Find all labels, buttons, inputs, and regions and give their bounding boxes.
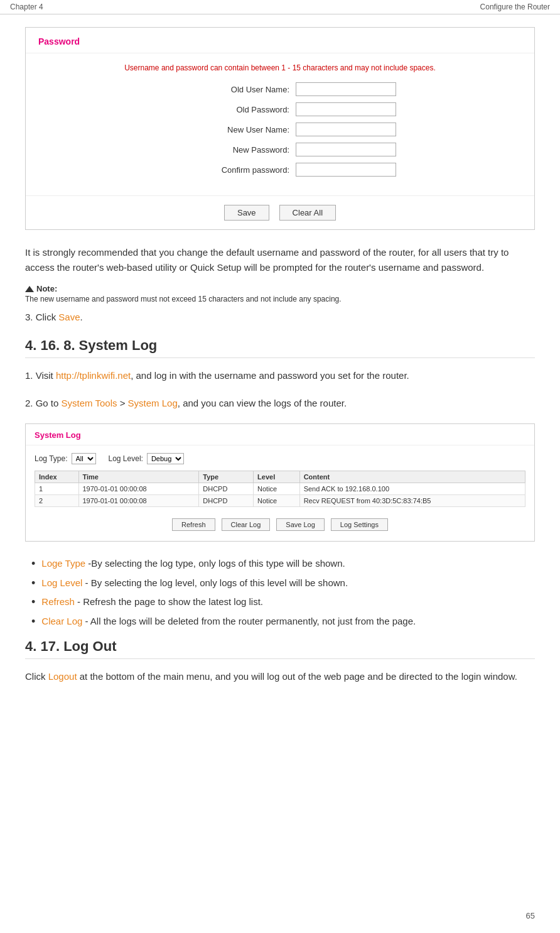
password-box-inner: Username and password can contain betwee…: [26, 53, 534, 195]
bullet-item: •Log Level - By selecting the log level,…: [31, 576, 535, 591]
save-link[interactable]: Save: [58, 312, 80, 322]
note-body: The new username and password must not e…: [25, 295, 535, 303]
input-old-username[interactable]: [296, 82, 396, 96]
bullet-link-0[interactable]: Loge Type: [41, 558, 85, 569]
save-button[interactable]: Save: [224, 205, 269, 221]
header-right: Configure the Router: [480, 3, 550, 11]
col-index: Index: [35, 471, 79, 483]
form-row-confirm-password: Confirm password:: [38, 163, 522, 177]
logout-text: Click Logout at the bottom of the main m…: [25, 669, 535, 684]
password-box-footer: Save Clear All: [26, 195, 534, 229]
clear-log-button[interactable]: Clear Log: [222, 518, 271, 531]
syslog-box-title: System Log: [26, 424, 534, 445]
bullet-dot-icon: •: [31, 558, 35, 569]
bullet-dot-icon: •: [31, 596, 35, 608]
password-warning: Username and password can contain betwee…: [38, 63, 522, 72]
col-time: Time: [78, 471, 199, 483]
syslog-footer: Refresh Clear Log Save Log Log Settings: [35, 513, 525, 533]
log-settings-button[interactable]: Log Settings: [331, 518, 388, 531]
form-row-old-password: Old Password:: [38, 102, 522, 116]
step1-syslog-text: 1. Visit http://tplinkwifi.net, and log …: [25, 368, 535, 383]
bullet-link-1[interactable]: Log Level: [41, 577, 82, 588]
refresh-button[interactable]: Refresh: [172, 518, 215, 531]
note-title: Note:: [25, 284, 535, 293]
logout-link[interactable]: Logout: [48, 671, 77, 682]
form-row-new-password: New Password:: [38, 143, 522, 156]
system-log-link[interactable]: System Log: [128, 398, 178, 408]
bullet-link-3[interactable]: Clear Log: [41, 616, 82, 626]
input-old-password[interactable]: [296, 102, 396, 116]
bullet-link-2[interactable]: Refresh: [41, 596, 75, 607]
step3-text: 3. Click Save.: [25, 310, 535, 325]
page-number: 65: [526, 911, 535, 920]
bullet-item: •Clear Log - All the logs will be delete…: [31, 614, 535, 629]
header-left: Chapter 4: [10, 3, 43, 11]
input-new-password[interactable]: [296, 143, 396, 156]
syslog-table: Index Time Type Level Content 11970-01-0…: [35, 471, 525, 507]
col-level: Level: [254, 471, 300, 483]
log-type-label: Log Type:: [35, 454, 68, 463]
save-log-button[interactable]: Save Log: [276, 518, 324, 531]
log-type-select[interactable]: All: [72, 453, 96, 464]
note-block: Note: The new username and password must…: [25, 284, 535, 303]
clear-all-button[interactable]: Clear All: [279, 205, 336, 221]
step2-syslog-text: 2. Go to System Tools > System Log, and …: [25, 396, 535, 411]
col-type: Type: [199, 471, 254, 483]
body-text: It is strongly recommended that you chan…: [25, 245, 535, 275]
log-type-filter: Log Type: All: [35, 453, 96, 464]
label-new-password: New Password:: [164, 145, 289, 155]
label-new-username: New User Name:: [164, 125, 289, 134]
log-level-label: Log Level:: [109, 454, 143, 463]
form-row-new-username: New User Name:: [38, 123, 522, 136]
label-old-username: Old User Name:: [164, 85, 289, 94]
label-old-password: Old Password:: [164, 105, 289, 114]
bullet-list: •Loge Type -By selecting the log type, o…: [31, 557, 535, 628]
syslog-table-header-row: Index Time Type Level Content: [35, 471, 525, 483]
input-confirm-password[interactable]: [296, 163, 396, 177]
col-content: Content: [299, 471, 525, 483]
section-4-16-8-heading: 4. 16. 8. System Log: [25, 337, 535, 358]
input-new-username[interactable]: [296, 123, 396, 136]
password-box: Password Username and password can conta…: [25, 27, 535, 230]
syslog-box-inner: Log Type: All Log Level: Debug Index: [26, 445, 534, 541]
form-row-old-username: Old User Name:: [38, 82, 522, 96]
tplinkwifi-link[interactable]: http://tplinkwifi.net: [56, 370, 131, 381]
password-box-title: Password: [26, 28, 534, 53]
bullet-item: •Loge Type -By selecting the log type, o…: [31, 557, 535, 571]
page-header: Chapter 4 Configure the Router: [0, 0, 560, 14]
section-4-17-heading: 4. 17. Log Out: [25, 638, 535, 659]
table-row: 21970-01-01 00:00:08DHCPDNoticeRecv REQU…: [35, 495, 525, 507]
bullet-dot-icon: •: [31, 577, 35, 589]
page-content: Password Username and password can conta…: [0, 14, 560, 709]
table-row: 11970-01-01 00:00:08DHCPDNoticeSend ACK …: [35, 483, 525, 495]
bullet-item: •Refresh - Refresh the page to show the …: [31, 595, 535, 609]
note-triangle-icon: [25, 286, 34, 292]
log-level-select[interactable]: Debug: [147, 453, 184, 464]
syslog-filters: Log Type: All Log Level: Debug: [35, 453, 525, 464]
bullet-dot-icon: •: [31, 616, 35, 627]
system-tools-link[interactable]: System Tools: [62, 398, 117, 408]
label-confirm-password: Confirm password:: [164, 165, 289, 175]
log-level-filter: Log Level: Debug: [109, 453, 184, 464]
syslog-box: System Log Log Type: All Log Level: Debu…: [25, 423, 535, 542]
